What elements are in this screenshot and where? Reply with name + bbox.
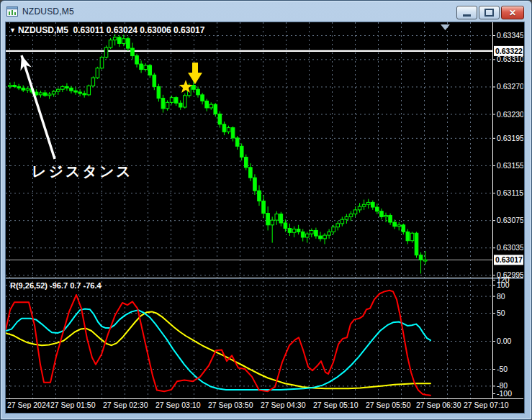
candle-body [9,86,12,87]
candle-body [17,86,21,88]
indicator-line-R26 [6,309,430,390]
candle-body [345,216,348,219]
candle-body [56,89,60,91]
candle-body [288,229,292,233]
close-button[interactable]: ✕ [501,6,524,19]
indicator-axis-label: -100 [497,389,512,398]
candle-body [74,91,78,92]
candle-body [140,64,143,70]
candle-body [61,86,65,89]
time-axis-label: 27 Sep 05:10 [313,401,359,409]
indicator-axis-label: 50 [497,309,505,317]
shift-marker-triangle [441,24,450,30]
candle-body [218,114,222,124]
candle-body [113,37,117,40]
chart-window-icon [6,6,18,17]
candle-body [104,47,108,57]
indicator-axis-label: -50 [497,365,508,373]
time-axis-label: 27 Sep 03:10 [155,401,201,409]
indicator-axis-label: 80 [497,292,505,301]
candle-body [397,225,401,227]
price-axis-label: 0.63155 [497,161,523,170]
candle-body [310,230,314,234]
candle-body [341,219,344,224]
candle-body [222,124,226,132]
candle-body [349,214,353,217]
candle-body [362,204,366,206]
candle-body [157,86,161,98]
candle-body [366,202,370,204]
candle-body [376,207,379,211]
candle-body [249,168,253,178]
mt4-window: NZDUSD,M5 ✕ 0.633450.633220.633100.63270… [0,0,532,420]
candle-body [192,86,196,90]
candle-body [153,75,156,86]
candle-body [332,227,335,232]
restore-icon [484,9,494,17]
candle-body [83,93,86,95]
price-axis-label: 0.63075 [497,216,523,224]
candle-body [319,236,323,239]
candle-body [13,86,17,87]
candle-body [271,220,274,225]
candle-body [66,86,69,88]
time-axis-label: 27 Sep 03:50 [208,401,253,409]
candle-body [109,40,112,47]
candle-body [419,255,423,260]
candle-body [209,104,213,108]
candle-body [70,88,73,91]
candle-body [52,91,55,94]
candle-body [262,201,266,213]
time-axis-label: 27 Sep 04:30 [261,401,306,409]
candle-body [100,57,104,68]
candle-body [315,230,318,236]
trend-arrow-line [22,55,55,159]
price-tag-label: 0.63322 [495,47,523,55]
indicator-axis-label: 100 [497,280,510,289]
candle-body [406,232,410,240]
candle-body [275,214,279,221]
candle-body [240,146,243,157]
candle-body [122,39,126,44]
price-axis-label: 0.63195 [497,134,523,142]
price-axis-label: 0.63345 [497,31,523,40]
chart-svg[interactable]: 0.633450.633220.633100.632700.632300.631… [6,22,523,411]
candle-body [127,39,130,48]
price-axis-label: 0.63310 [497,55,523,63]
candle-body [39,93,42,95]
time-axis-label: 27 Sep 05:50 [366,401,411,409]
minimize-icon [463,14,471,17]
candle-body [201,95,204,101]
candle-body [43,93,47,96]
candle-body [197,89,200,95]
candle-body [292,229,296,233]
restore-button[interactable] [479,6,500,19]
candle-body [78,92,82,93]
price-axis-label: 0.63230 [497,110,523,119]
down-arrow-marker [188,63,202,84]
window-title: NZDUSD,M5 [22,6,74,17]
price-axis-label: 0.63270 [497,82,523,91]
indicator-line-R9 [6,291,430,396]
candle-body [131,48,135,55]
candle-body [179,103,182,107]
price-axis-label: 0.63115 [497,188,523,197]
indicator-axis-label: 0.00 [497,337,512,345]
candle-body [358,206,361,210]
candle-body [91,78,95,86]
candle-body [144,65,148,70]
chart-area[interactable]: 0.633450.633220.633100.632700.632300.631… [5,22,525,414]
trend-arrow-head [16,54,31,71]
candle-body [161,99,165,109]
time-axis-label: 27 Sep 2024 [7,401,50,409]
candle-body [402,225,405,232]
candle-body [87,86,91,94]
candle-body [284,223,287,229]
candle-body [297,229,300,232]
candle-body [389,215,392,222]
candle-body [380,211,384,217]
close-icon: ✕ [509,9,516,17]
candle-body [301,232,305,237]
minimize-button[interactable] [456,6,477,19]
title-bar[interactable]: NZDUSD,M5 ✕ [1,1,531,22]
